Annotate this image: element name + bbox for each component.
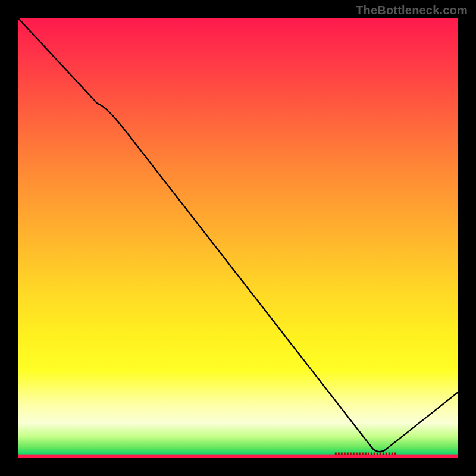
chart-frame: TheBottleneck.com	[0, 0, 476, 476]
watermark-text: TheBottleneck.com	[356, 4, 468, 17]
bottleneck-curve	[18, 18, 458, 452]
plot-area	[18, 18, 458, 458]
curve-overlay	[18, 18, 458, 458]
